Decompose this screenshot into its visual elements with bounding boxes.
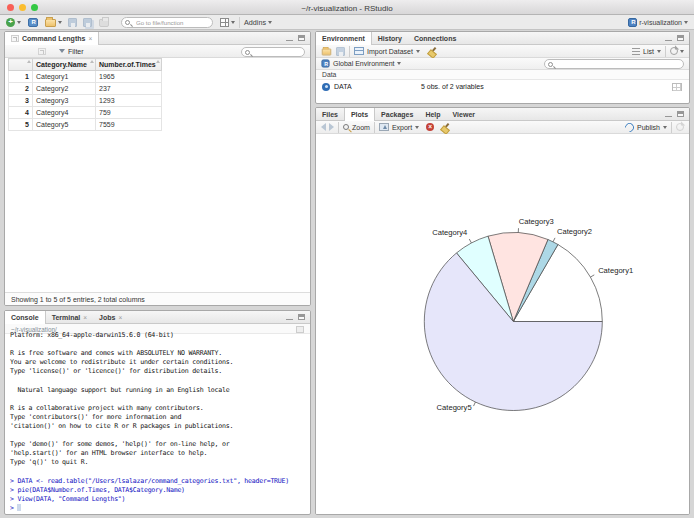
table-row[interactable]: 5Category57559 [9, 119, 162, 131]
console-output-line [10, 340, 308, 349]
list-view-button[interactable]: List [643, 48, 654, 55]
tab-label: Plots [351, 111, 368, 118]
zoom-plot-button[interactable]: Zoom [352, 124, 370, 131]
tab-packages[interactable]: Packages [375, 108, 419, 120]
table-cell: 2 [9, 83, 33, 95]
maximize-pane-icon[interactable] [298, 314, 305, 320]
new-project-button[interactable] [28, 18, 38, 27]
column-header[interactable]: Number.of.Times [96, 59, 162, 71]
minimize-pane-icon[interactable] [286, 40, 293, 41]
console-output-line [10, 467, 308, 476]
search-icon [548, 62, 553, 67]
maximize-pane-icon[interactable] [677, 111, 684, 117]
console-output-line [10, 395, 308, 404]
new-file-button[interactable]: + [6, 18, 21, 27]
global-env-icon [321, 59, 329, 67]
environment-scope-bar: Global Environment [316, 58, 689, 70]
table-cell: 1293 [96, 95, 162, 107]
console-output-line: Type 'q()' to quit R. [10, 458, 308, 467]
minimize-pane-icon[interactable] [665, 116, 672, 117]
new-file-icon: + [6, 18, 15, 27]
tab-label: Terminal [52, 314, 81, 321]
tab-history[interactable]: History [372, 32, 408, 44]
window-title: ~/r-visualization - RStudio [0, 4, 694, 13]
column-header[interactable] [9, 59, 33, 71]
rstudio-window: { "window": { "title": "~/r-visualizatio… [0, 0, 694, 518]
addins-button[interactable]: Addins [244, 18, 272, 27]
environment-search-input[interactable] [544, 59, 684, 69]
tab-environment[interactable]: Environment [316, 32, 372, 45]
save-workspace-icon[interactable] [336, 47, 345, 56]
data-viewer-tabstrip: Command Lengths × [5, 32, 310, 45]
next-plot-icon[interactable] [329, 123, 334, 131]
console-input-line: > View(DATA, "Command Lengths") [10, 495, 308, 504]
close-tab-icon[interactable]: × [88, 35, 92, 42]
object-name: DATA [334, 83, 421, 90]
chevron-down-icon [17, 21, 21, 24]
remove-plot-icon[interactable]: × [426, 123, 434, 131]
chevron-down-icon [415, 126, 419, 129]
environment-object-row[interactable]: DATA 5 obs. of 2 variables [316, 80, 689, 93]
previous-plot-icon[interactable] [321, 123, 326, 131]
refresh-plot-icon[interactable] [676, 123, 684, 131]
minimize-pane-icon[interactable] [665, 40, 672, 41]
console-output-line: Platform: x86_64-apple-darwin15.6.0 (64-… [10, 331, 308, 340]
plots-panel: Files Plots Packages Help Viewer Zoom Ex… [315, 107, 690, 515]
project-menu-button[interactable]: r-visualization [628, 18, 688, 27]
tab-console[interactable]: Console [5, 311, 46, 324]
tab-connections[interactable]: Connections [408, 32, 462, 44]
console-cursor [17, 504, 21, 511]
tab-jobs[interactable]: Jobs× [93, 311, 128, 323]
plots-tabstrip: Files Plots Packages Help Viewer [316, 108, 689, 121]
print-icon [99, 19, 109, 27]
table-row[interactable]: 3Category31293 [9, 95, 162, 107]
table-cell: 1 [9, 71, 33, 83]
pie-label-tick [553, 238, 555, 242]
table-row[interactable]: 4Category4759 [9, 107, 162, 119]
import-dataset-button[interactable]: Import Dataset [367, 48, 413, 55]
tab-viewer[interactable]: Viewer [447, 108, 481, 120]
save-button[interactable] [68, 18, 77, 27]
tab-help[interactable]: Help [419, 108, 446, 120]
maximize-pane-icon[interactable] [677, 35, 684, 41]
tab-terminal[interactable]: Terminal× [46, 311, 93, 323]
tab-plots[interactable]: Plots [344, 108, 375, 121]
column-header[interactable]: Category.Name [33, 59, 96, 71]
view-table-icon[interactable] [672, 83, 682, 91]
open-in-new-window-icon[interactable] [38, 48, 46, 55]
addins-label: Addins [244, 18, 266, 27]
publish-button[interactable]: Publish [637, 124, 660, 131]
zoom-plot-icon [343, 124, 349, 130]
goto-file-input[interactable] [121, 17, 213, 28]
tab-label: Command Lengths [22, 35, 85, 42]
minimize-pane-icon[interactable] [286, 319, 293, 320]
console-output-line: 'help.start()' for an HTML browser inter… [10, 449, 308, 458]
table-row[interactable]: 1Category11965 [9, 71, 162, 83]
tab-files[interactable]: Files [316, 108, 344, 120]
console-output-line: 'citation()' on how to cite R or R packa… [10, 422, 308, 431]
project-icon [628, 18, 637, 27]
table-row[interactable]: 2Category2237 [9, 83, 162, 95]
load-workspace-icon[interactable] [322, 49, 331, 56]
console-output-line [10, 376, 308, 385]
filter-button[interactable]: Filter [68, 48, 84, 55]
export-plot-button[interactable]: Export [392, 124, 412, 131]
pie-label: Category2 [557, 227, 592, 236]
tab-command-lengths[interactable]: Command Lengths × [5, 32, 99, 45]
clear-environment-icon[interactable] [428, 47, 437, 56]
refresh-icon[interactable] [670, 47, 678, 55]
open-file-button[interactable] [45, 17, 62, 27]
print-button[interactable] [99, 17, 109, 27]
console-output[interactable]: Platform: x86_64-apple-darwin15.6.0 (64-… [10, 331, 308, 513]
environment-section-header: Data [316, 70, 689, 80]
environment-scope-button[interactable]: Global Environment [333, 60, 394, 67]
save-icon [68, 18, 77, 27]
table-cell: Category2 [33, 83, 96, 95]
workspace-panes-button[interactable] [220, 18, 235, 27]
pie-chart: Category1Category2Category3Category4Cate… [316, 134, 689, 514]
clear-plots-icon[interactable] [441, 123, 450, 132]
chevron-down-icon [268, 21, 272, 24]
save-all-button[interactable] [83, 18, 94, 27]
maximize-pane-icon[interactable] [298, 35, 305, 41]
title-bar: ~/r-visualization - RStudio [0, 0, 694, 15]
